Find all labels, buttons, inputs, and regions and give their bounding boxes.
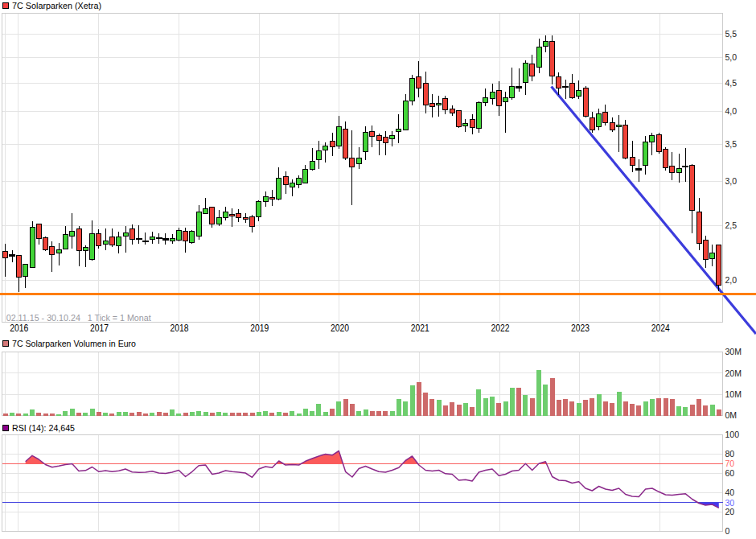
svg-text:3,5: 3,5 [725,139,738,149]
svg-text:7C Solarparken Volumen in Euro: 7C Solarparken Volumen in Euro [12,339,136,348]
svg-text:20: 20 [725,507,735,516]
svg-text:5,5: 5,5 [725,29,738,39]
svg-text:80: 80 [725,449,735,459]
svg-text:4,5: 4,5 [725,78,738,88]
svg-text:7C Solarparken (Xetra): 7C Solarparken (Xetra) [12,1,101,10]
svg-text:2,0: 2,0 [725,275,738,285]
svg-text:02.11.15 - 30.10.24 1 Tick =: 02.11.15 - 30.10.24 1 Tick = 1 Monat [6,313,151,323]
svg-text:4,0: 4,0 [725,106,738,116]
svg-text:2020: 2020 [331,323,349,334]
svg-text:60: 60 [725,468,735,478]
svg-text:2,5: 2,5 [725,220,738,230]
svg-text:RSI (14): 24,645: RSI (14): 24,645 [12,423,75,433]
svg-text:2023: 2023 [571,323,590,334]
svg-text:2017: 2017 [90,323,109,334]
svg-text:2024: 2024 [651,323,670,334]
svg-text:2018: 2018 [171,323,189,334]
svg-text:5,0: 5,0 [725,52,738,62]
svg-text:100: 100 [725,430,740,439]
svg-text:40: 40 [725,488,735,497]
svg-text:2019: 2019 [250,323,269,334]
svg-text:2016: 2016 [10,323,28,334]
svg-text:20M: 20M [725,368,742,378]
svg-text:0: 0 [725,526,730,536]
svg-text:2022: 2022 [491,323,509,334]
svg-text:70: 70 [725,459,735,468]
svg-text:30: 30 [725,498,735,508]
svg-text:10M: 10M [725,389,742,399]
svg-text:0M: 0M [725,410,738,420]
svg-text:3,0: 3,0 [725,176,738,186]
svg-text:30M: 30M [725,347,742,356]
svg-text:2021: 2021 [411,323,429,334]
